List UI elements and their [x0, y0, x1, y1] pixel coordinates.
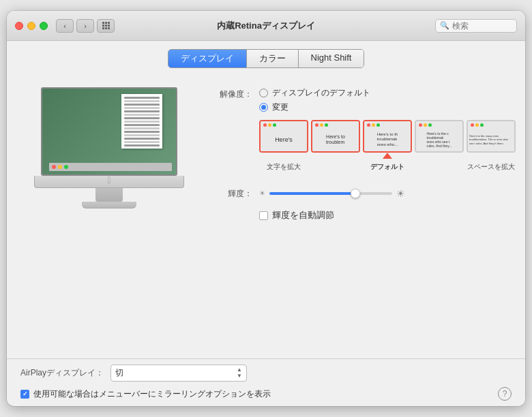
- radio-default-circle[interactable]: [259, 89, 268, 97]
- content-area:  解像度： ディスプレイのデフォルト: [7, 74, 525, 358]
- help-button[interactable]: ?: [498, 387, 512, 401]
- airplay-label: AirPlayディスプレイ：: [20, 367, 104, 379]
- brightness-low-icon: ☀: [259, 189, 265, 197]
- res-thumb-5[interactable]: Here's to the crazy ones troublemakers. …: [467, 120, 516, 153]
- mirror-checkbox[interactable]: ✓: [20, 390, 29, 399]
- bottom-area: AirPlayディスプレイ： 切 ▲ ▼ ✓ 使用可能な場合はメニューバーにミラ…: [7, 358, 525, 406]
- thumb-label-1: 文字を拡大: [259, 161, 308, 172]
- brightness-label: 輝度：: [211, 187, 252, 200]
- monitor-display: : [34, 87, 184, 208]
- labels-row: 文字を拡大 デフォルト スペースを拡大: [259, 161, 516, 172]
- resolution-label: 解像度：: [211, 87, 252, 100]
- monitor-section: : [20, 80, 198, 352]
- res-thumb-1[interactable]: Here's: [259, 120, 308, 153]
- resolution-row: 解像度： ディスプレイのデフォルト 変更: [211, 87, 516, 172]
- grid-button[interactable]: [97, 19, 115, 33]
- auto-brightness-checkbox[interactable]: [259, 211, 268, 220]
- thumb-label-2: [311, 161, 360, 172]
- window-title: 内蔵Retinaディスプレイ: [217, 20, 315, 32]
- res-thumb-screen-1: Here's: [261, 121, 307, 151]
- res-thumb-2[interactable]: Here's totroublem: [311, 120, 360, 153]
- airplay-dropdown[interactable]: 切 ▲ ▼: [110, 365, 247, 382]
- resolution-options: ディスプレイのデフォルト 変更: [259, 87, 516, 172]
- forward-button[interactable]: ›: [76, 19, 94, 33]
- tab-nightshift[interactable]: Night Shift: [299, 50, 364, 67]
- screen-toolbar: [49, 163, 172, 171]
- close-button[interactable]: [15, 22, 23, 30]
- radio-default[interactable]: ディスプレイのデフォルト: [259, 87, 516, 99]
- tab-display[interactable]: ディスプレイ: [168, 50, 247, 67]
- apple-logo: : [107, 174, 110, 185]
- mirror-row: ✓ 使用可能な場合はメニューバーにミラーリングオプションを表示: [20, 388, 271, 400]
- traffic-lights: [15, 22, 48, 30]
- settings-section: 解像度： ディスプレイのデフォルト 変更: [211, 80, 516, 352]
- res-thumb-screen-5: Here's to the crazy ones troublemakers. …: [468, 121, 514, 151]
- bottom-row: ✓ 使用可能な場合はメニューバーにミラーリングオプションを表示 ?: [20, 387, 512, 401]
- monitor-stand-base: [82, 202, 136, 208]
- titlebar: ‹ › 内蔵Retinaディスプレイ 🔍: [7, 11, 525, 41]
- resolution-thumbnails: Here's Here's totroublem: [259, 120, 516, 172]
- res-thumb-screen-2: Here's totroublem: [312, 121, 359, 151]
- radio-default-label: ディスプレイのデフォルト: [272, 87, 370, 99]
- back-button[interactable]: ‹: [56, 19, 74, 33]
- auto-brightness-row: 輝度を自動調節: [259, 209, 516, 221]
- mirror-label: 使用可能な場合はメニューバーにミラーリングオプションを表示: [33, 388, 271, 400]
- arrow-cell-5: [467, 153, 516, 161]
- res-thumb-screen-3: Here's to thtroublemakones who...: [364, 121, 411, 151]
- tabs-bar: ディスプレイ カラー Night Shift: [7, 41, 525, 74]
- res-thumb-3[interactable]: Here's to thtroublemakones who...: [363, 120, 412, 153]
- arrow-cell-3: [363, 153, 412, 161]
- dropdown-arrows: ▲ ▼: [237, 367, 242, 379]
- radio-change-label: 変更: [272, 102, 289, 113]
- radio-change[interactable]: 変更: [259, 102, 516, 113]
- maximize-button[interactable]: [40, 22, 48, 30]
- monitor-screen: [41, 87, 177, 176]
- res-thumb-4[interactable]: Here's to the ctroublemakones who see tr…: [415, 120, 464, 153]
- airplay-value: 切: [115, 367, 123, 379]
- arrow-cell-1: [259, 153, 308, 161]
- minimize-button[interactable]: [27, 22, 35, 30]
- thumbs-row: Here's Here's totroublem: [259, 120, 516, 153]
- brightness-high-icon: ☀: [396, 188, 405, 199]
- brightness-slider[interactable]: [269, 192, 392, 195]
- monitor-stand-top: [95, 188, 123, 202]
- tab-group: ディスプレイ カラー Night Shift: [168, 49, 365, 68]
- nav-buttons: ‹ ›: [56, 19, 94, 33]
- brightness-row: 輝度： ☀ ☀: [211, 187, 516, 200]
- radio-change-circle[interactable]: [259, 103, 268, 112]
- airplay-row: AirPlayディスプレイ： 切 ▲ ▼: [20, 365, 512, 382]
- arrow-row: [259, 153, 516, 161]
- search-icon: 🔍: [440, 21, 449, 30]
- arrow-cell-4: [415, 153, 464, 161]
- thumb-label-3: デフォルト: [363, 161, 412, 172]
- search-input[interactable]: [452, 21, 514, 31]
- search-box[interactable]: 🔍: [435, 19, 517, 33]
- screen-document: [121, 94, 162, 149]
- res-thumb-screen-4: Here's to the ctroublemakones who see tr…: [416, 121, 462, 151]
- monitor-body: : [34, 176, 184, 188]
- thumb-label-4: [415, 161, 464, 172]
- arrow-cell-2: [311, 153, 360, 161]
- auto-brightness-label: 輝度を自動調節: [272, 209, 334, 221]
- thumb-label-5: スペースを拡大: [467, 161, 516, 172]
- tab-color[interactable]: カラー: [247, 50, 299, 67]
